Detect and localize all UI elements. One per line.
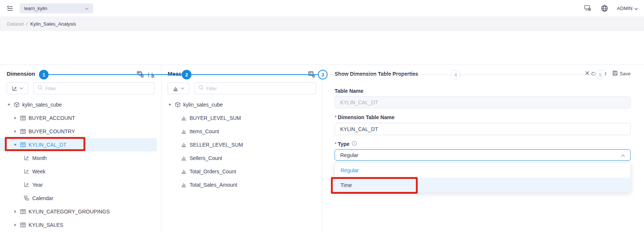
measure-item-buyer-level-sum[interactable]: BUYER_LEVEL_SUM bbox=[161, 111, 321, 125]
breadcrumb-dataset[interactable]: Dataset bbox=[7, 21, 24, 27]
step-number: 2 bbox=[185, 72, 188, 78]
chevron-up-icon bbox=[621, 152, 625, 158]
type-select[interactable]: Regular bbox=[335, 149, 631, 161]
tree-item-year[interactable]: Year bbox=[0, 178, 161, 192]
chevron-down-icon bbox=[20, 87, 23, 89]
tree-item-label: Week bbox=[32, 169, 46, 174]
tree-item-label: Items_Count bbox=[190, 128, 219, 134]
save-button[interactable]: Save bbox=[612, 71, 631, 77]
tree-item-label: KYLIN_CAL_DT bbox=[29, 142, 66, 148]
stepper-connector bbox=[328, 75, 451, 75]
caret-right-icon[interactable] bbox=[13, 129, 17, 134]
level-icon bbox=[24, 155, 30, 161]
user-menu[interactable]: ADMIN bbox=[617, 6, 638, 11]
tree-item-buyer-account[interactable]: BUYER_ACCOUNT bbox=[0, 111, 161, 125]
caret-right-icon[interactable] bbox=[13, 223, 17, 227]
bar-chart-icon bbox=[181, 182, 187, 188]
dimension-filter-input[interactable] bbox=[45, 86, 151, 91]
tree-item-month[interactable]: Month bbox=[0, 151, 161, 165]
tree-item-kylin-category-groupings[interactable]: KYLIN_CATEGORY_GROUPINGS bbox=[0, 205, 161, 218]
measure-filter-box bbox=[194, 82, 316, 94]
caret-right-icon[interactable] bbox=[13, 116, 17, 120]
chevron-down-icon bbox=[181, 87, 184, 89]
level-icon bbox=[24, 169, 30, 174]
stepper-connector bbox=[49, 74, 182, 75]
measure-filter-input[interactable] bbox=[206, 86, 312, 91]
dimension-panel: Dimension {} bbox=[0, 65, 161, 232]
tree-item-kylin-sales[interactable]: KYLIN_SALES bbox=[0, 218, 161, 232]
type-option-regular[interactable]: Regular bbox=[335, 163, 630, 178]
caret-right-icon[interactable] bbox=[13, 209, 17, 214]
measure-item-total-orders-count[interactable]: Total_Orders_Count bbox=[161, 165, 321, 178]
measure-item-seller-level-sum[interactable]: SELLER_LEVEL_SUM bbox=[161, 138, 321, 151]
stepper-connector bbox=[460, 75, 595, 75]
language-globe-icon[interactable] bbox=[601, 4, 608, 12]
system-capacity-icon[interactable] bbox=[584, 4, 592, 12]
user-menu-label: ADMIN bbox=[617, 6, 632, 11]
tree-item-label: Total_Sales_Amount bbox=[190, 182, 237, 188]
step-2-circle[interactable]: 2 bbox=[182, 70, 191, 79]
project-selector[interactable]: learn_kylin bbox=[20, 3, 93, 13]
topbar-actions: ADMIN bbox=[584, 0, 638, 16]
tree-item-label: Month bbox=[32, 155, 47, 161]
tree-item-label: kylin_sales_cube bbox=[22, 102, 62, 108]
dimension-panel-title: Dimension bbox=[7, 71, 35, 77]
level-icon bbox=[12, 86, 17, 91]
step-3-circle[interactable]: 3 bbox=[318, 70, 328, 79]
tree-item-label: SELLER_LEVEL_SUM bbox=[190, 142, 243, 148]
measure-item-total-sales-amount[interactable]: Total_Sales_Amount bbox=[161, 178, 321, 192]
step-5-circle[interactable]: 5 bbox=[595, 70, 605, 79]
wizard-stepper: 1 Basic Information 2 Define Relationshi… bbox=[0, 31, 644, 65]
measure-item-items-count[interactable]: Items_Count bbox=[161, 125, 321, 138]
required-asterisk: * bbox=[335, 114, 336, 120]
bar-chart-icon bbox=[181, 169, 187, 174]
step-4-circle[interactable]: 4 bbox=[451, 70, 460, 79]
table-icon bbox=[20, 222, 26, 228]
tree-item-buyer-country[interactable]: BUYER_COUNTRY bbox=[0, 125, 161, 138]
required-asterisk: * bbox=[335, 141, 336, 147]
measure-item-sellers-count[interactable]: Sellers_Count bbox=[161, 151, 321, 165]
hierarchy-icon bbox=[24, 195, 30, 201]
step-number: 3 bbox=[321, 72, 324, 78]
tree-item-calendar[interactable]: Calendar bbox=[0, 192, 161, 205]
tree-item-label: KYLIN_SALES bbox=[29, 222, 63, 228]
caret-down-icon[interactable] bbox=[7, 102, 11, 107]
tree-item-kylin-cal-dt[interactable]: KYLIN_CAL_DT bbox=[0, 138, 157, 151]
bar-chart-icon bbox=[181, 128, 187, 134]
tree-item-label: Sellers_Count bbox=[190, 155, 222, 161]
step-number: 1 bbox=[42, 72, 45, 78]
cube-icon bbox=[14, 102, 20, 108]
dimension-filter-box bbox=[33, 82, 155, 94]
project-selector-value: learn_kylin bbox=[24, 6, 47, 11]
tree-item-kylin-sales-cube[interactable]: kylin_sales_cube bbox=[161, 98, 321, 111]
tree-item-label: kylin_sales_cube bbox=[183, 102, 223, 108]
step-1-circle[interactable]: 1 bbox=[39, 70, 49, 79]
measure-panel: Measure kylin_s bbox=[161, 65, 322, 232]
breadcrumb-separator: / bbox=[26, 21, 28, 27]
tree-item-week[interactable]: Week bbox=[0, 165, 161, 178]
tree-item-kylin-sales-cube[interactable]: kylin_sales_cube bbox=[0, 98, 161, 111]
measure-type-filter-dropdown[interactable] bbox=[168, 82, 189, 94]
cube-icon bbox=[175, 102, 181, 108]
dimension-table-properties-panel: Show Dimension Table Properties Cancel S… bbox=[322, 65, 644, 232]
type-option-time[interactable]: Time bbox=[335, 178, 630, 193]
bar-chart-icon bbox=[181, 115, 187, 121]
collapse-sidebar-icon[interactable] bbox=[6, 5, 14, 12]
caret-down-icon[interactable] bbox=[13, 143, 17, 147]
type-label: *Type bbox=[335, 141, 357, 147]
type-select-value: Regular bbox=[340, 152, 358, 158]
table-icon bbox=[20, 142, 26, 148]
tree-item-label: BUYER_LEVEL_SUM bbox=[190, 115, 241, 121]
caret-down-icon[interactable] bbox=[168, 102, 172, 107]
search-icon bbox=[198, 85, 204, 92]
tree-item-label: Calendar bbox=[32, 195, 53, 201]
table-icon bbox=[20, 115, 26, 121]
dimension-table-name-input[interactable] bbox=[335, 123, 631, 135]
breadcrumb: Dataset / Kylin_Sales_Analysis bbox=[0, 16, 644, 31]
dimension-type-filter-dropdown[interactable] bbox=[7, 82, 28, 94]
tree-item-label: Total_Orders_Count bbox=[190, 169, 236, 174]
measure-tree: kylin_sales_cube BUYER_LEVEL_SUM Items_C… bbox=[161, 98, 321, 232]
tree-item-label: Year bbox=[32, 182, 43, 188]
table-icon bbox=[20, 209, 26, 215]
info-icon[interactable] bbox=[352, 141, 357, 147]
